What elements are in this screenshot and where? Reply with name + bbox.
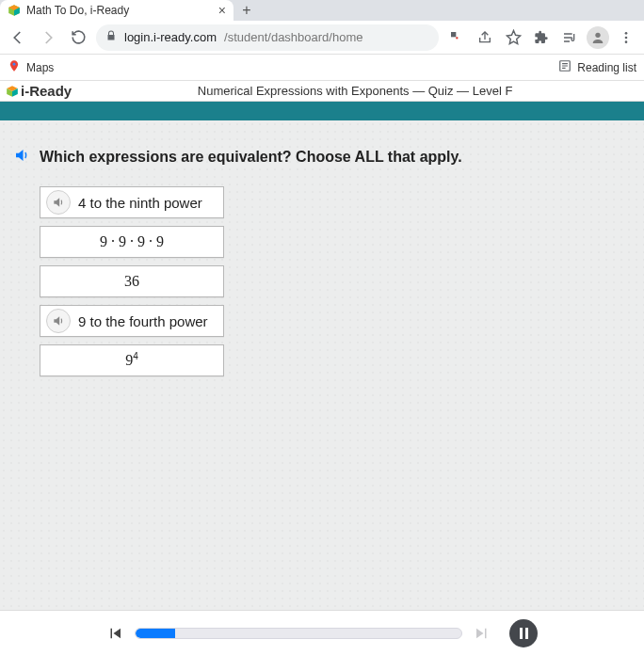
url-path: /student/dashboard/home [224,30,362,44]
option-3[interactable]: 36 [40,265,224,297]
app-header: i-Ready Numerical Expressions with Expon… [0,81,644,102]
question-audio-button[interactable] [13,147,30,168]
question-text: Which expressions are equivalent? Choose… [40,149,462,166]
share-icon[interactable] [473,25,497,50]
pause-button[interactable] [509,619,538,647]
extensions-icon[interactable] [529,25,554,50]
player-footer [0,610,644,655]
lesson-title: Numerical Expressions with Exponents — Q… [72,84,638,98]
tab-close-icon[interactable]: × [218,4,226,17]
prev-button[interactable] [106,625,123,642]
forward-button[interactable] [36,25,60,50]
tab-favicon [8,4,21,17]
option-1-audio-icon[interactable] [46,190,71,215]
question-row: Which expressions are equivalent? Choose… [13,147,631,168]
option-5-label: 94 [40,351,223,369]
tab-strip: Math To Do, i-Ready × + [0,0,644,21]
svg-point-8 [13,63,16,66]
profile-avatar[interactable] [586,25,610,50]
brand-logo: i-Ready [6,83,72,99]
iready-app: i-Ready Numerical Expressions with Expon… [0,81,644,655]
translate-icon[interactable] [444,25,469,50]
svg-rect-3 [456,37,458,39]
option-2-label: 9 · 9 · 9 · 9 [40,233,223,250]
lock-icon [105,30,117,44]
content-area: Which expressions are equivalent? Choose… [0,120,644,610]
reload-button[interactable] [66,25,90,50]
reading-list-icon [558,59,572,75]
bookmarks-bar: Maps Reading list [0,55,644,81]
back-button[interactable] [6,25,30,50]
svg-point-7 [625,40,628,43]
brand-cube-icon [6,85,19,98]
svg-point-4 [595,32,600,37]
option-2[interactable]: 9 · 9 · 9 · 9 [40,226,224,258]
teal-bar [0,102,644,120]
option-3-label: 36 [40,273,223,290]
browser-tab[interactable]: Math To Do, i-Ready × [0,0,233,21]
next-button[interactable] [474,625,491,642]
url-host: login.i-ready.com [124,30,217,44]
svg-point-6 [625,36,628,39]
option-1-label: 4 to the ninth power [71,195,223,211]
reading-list-label: Reading list [577,61,636,74]
brand-text: i-Ready [21,83,72,99]
progress-bar[interactable] [135,628,462,639]
bookmark-maps-label: Maps [26,61,54,74]
address-bar[interactable]: login.i-ready.com/student/dashboard/home [96,24,439,51]
maps-icon [8,59,21,75]
option-1[interactable]: 4 to the ninth power [40,186,224,218]
progress-fill [136,629,175,638]
tab-title: Math To Do, i-Ready [26,4,213,17]
svg-point-5 [625,32,628,35]
option-4[interactable]: 9 to the fourth power [40,305,224,337]
bookmark-star-icon[interactable] [501,25,525,50]
option-4-audio-icon[interactable] [46,309,71,333]
pause-icon [520,628,528,639]
new-tab-button[interactable]: + [233,0,260,21]
browser-toolbar: login.i-ready.com/student/dashboard/home [0,21,644,55]
playlist-icon[interactable] [557,25,582,50]
toolbar-right-icons [444,25,638,50]
kebab-menu-icon[interactable] [614,25,638,50]
option-5[interactable]: 94 [40,344,224,376]
bookmark-maps[interactable]: Maps [8,59,54,75]
answer-options: 4 to the ninth power 9 · 9 · 9 · 9 36 9 … [40,186,631,376]
option-4-label: 9 to the fourth power [71,313,223,329]
reading-list-button[interactable]: Reading list [558,59,636,75]
